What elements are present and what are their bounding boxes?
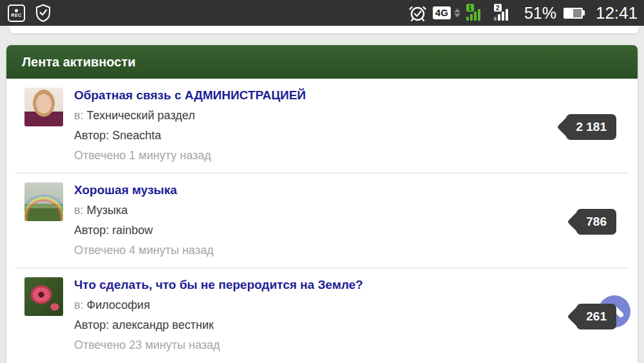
battery-icon — [564, 8, 585, 19]
category-label: в: — [74, 204, 84, 217]
topic-category-line: в: Технический раздел — [74, 109, 306, 122]
category-label: в: — [74, 109, 84, 122]
author-name[interactable]: Sneachta — [112, 129, 161, 142]
page-content: Лента активности Обратная связь с АДМИНИ… — [0, 26, 644, 363]
reply-count-badge[interactable]: 2 181 — [566, 114, 616, 140]
topic-row[interactable]: Что сделать, что бы не переродится на Зе… — [15, 268, 629, 362]
network-type-indicator: 4G — [433, 6, 451, 19]
topic-row[interactable]: Обратная связь с АДМИНИСТРАЦИЕЙ в: Техни… — [15, 79, 629, 173]
alarm-clock-icon — [408, 4, 427, 23]
battery-percent: 51% — [524, 4, 556, 23]
topic-category-line: в: Музыка — [74, 204, 213, 217]
topic-title-link[interactable]: Что сделать, что бы не переродится на Зе… — [74, 277, 363, 293]
topic-replied-time: Отвечено 1 минуту назад — [74, 149, 306, 162]
author-name[interactable]: александр вестник — [112, 319, 214, 331]
topic-author-line: Автор: Sneachta — [74, 129, 306, 142]
category-name[interactable]: Музыка — [87, 204, 128, 217]
shield-check-icon — [35, 4, 51, 22]
topic-replied-time: Отвечено 4 минуты назад — [74, 244, 213, 257]
avatar[interactable] — [24, 88, 63, 126]
topic-author-line: Автор: александр вестник — [74, 319, 363, 331]
download-arrow-icon — [454, 14, 460, 17]
topic-category-line: в: Философия — [74, 299, 363, 311]
reply-count-badge[interactable]: 786 — [576, 209, 616, 235]
author-label: Автор: — [74, 129, 109, 142]
topic-list: Обратная связь с АДМИНИСТРАЦИЕЙ в: Техни… — [6, 79, 638, 362]
status-bar-left: REC — [8, 0, 51, 26]
avatar[interactable] — [24, 277, 63, 316]
author-name[interactable]: rainbow — [112, 224, 153, 237]
screen: REC 4G 1 — [0, 0, 644, 363]
activity-feed-panel: Лента активности Обратная связь с АДМИНИ… — [6, 45, 638, 363]
topic-body: Хорошая музыка в: Музыка Автор: rainbow … — [74, 182, 213, 257]
category-name[interactable]: Технический раздел — [87, 109, 195, 122]
sim2-signal-bars — [494, 9, 508, 21]
topic-row[interactable]: Хорошая музыка в: Музыка Автор: rainbow … — [15, 173, 629, 268]
data-activity-arrows-icon — [454, 8, 460, 17]
browser-bar-remnant — [10, 26, 639, 34]
topic-title-link[interactable]: Хорошая музыка — [74, 182, 213, 198]
category-label: в: — [74, 299, 84, 311]
topic-author-line: Автор: rainbow — [74, 224, 213, 237]
topic-body: Обратная связь с АДМИНИСТРАЦИЕЙ в: Техни… — [74, 88, 306, 162]
record-dot-icon — [15, 9, 18, 12]
topic-body: Что сделать, что бы не переродится на Зе… — [74, 277, 363, 351]
category-name[interactable]: Философия — [87, 299, 150, 311]
panel-title: Лента активности — [22, 55, 135, 70]
panel-header: Лента активности — [6, 45, 638, 79]
topic-replied-time: Отвечено 23 минуты назад — [74, 338, 363, 351]
sim1-signal-icon: 1 — [466, 4, 488, 22]
author-label: Автор: — [74, 319, 109, 331]
upload-arrow-icon — [454, 8, 460, 12]
status-bar: REC 4G 1 — [0, 0, 644, 26]
author-label: Автор: — [74, 224, 109, 237]
sim2-signal-icon: 2 — [494, 4, 516, 22]
status-bar-right: 4G 1 2 — [408, 0, 638, 26]
clock-time: 12:41 — [596, 3, 638, 23]
sim1-signal-bars — [466, 9, 480, 21]
topic-title-link[interactable]: Обратная связь с АДМИНИСТРАЦИЕЙ — [74, 88, 306, 103]
reply-count-badge[interactable]: 261 — [576, 304, 616, 329]
screen-record-icon: REC — [8, 5, 25, 22]
avatar[interactable] — [24, 182, 63, 221]
rec-label: REC — [11, 13, 21, 17]
